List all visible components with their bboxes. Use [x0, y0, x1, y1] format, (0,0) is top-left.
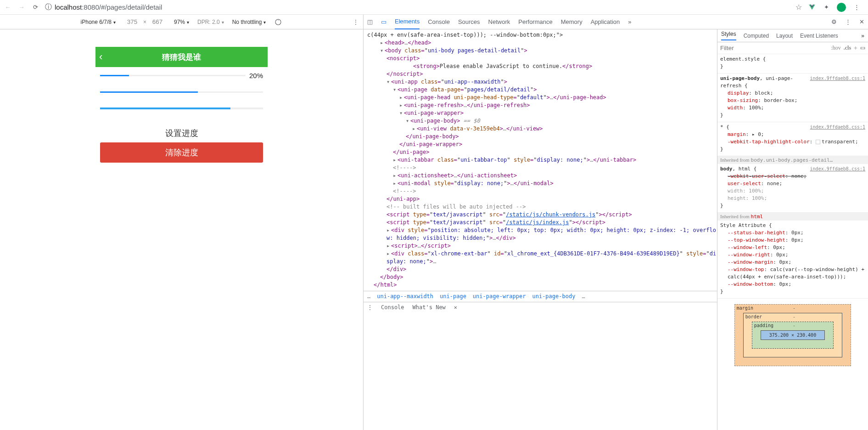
device-more-icon[interactable]: ⋮	[353, 19, 358, 25]
tree-row[interactable]: </uni-page>	[367, 148, 717, 156]
tree-row[interactable]: ▸<div style="position: absolute; left: 0…	[367, 226, 717, 242]
hov-toggle[interactable]: :hov	[831, 45, 840, 51]
tab-network[interactable]: Network	[488, 15, 510, 29]
tree-row[interactable]: </html>	[367, 281, 717, 289]
tab-application[interactable]: Application	[591, 15, 620, 29]
tree-row[interactable]: <!---->	[367, 164, 717, 172]
breadcrumb[interactable]: … uni-app--maxwidth uni-page uni-page-wr…	[364, 291, 717, 302]
elements-tree[interactable]: c(44px + env(safe-area-inset-top))); --w…	[364, 29, 717, 430]
forward-icon[interactable]: →	[17, 3, 26, 11]
tree-row[interactable]: ▸<div class="xl-chrome-ext-bar" id="xl_c…	[367, 250, 717, 266]
bookmark-icon[interactable]: ☆	[795, 3, 802, 11]
style-rule[interactable]: index.9ffdaeb8.css:1 body, html { -webki…	[717, 164, 868, 213]
back-icon[interactable]: ←	[4, 3, 12, 11]
tab-console[interactable]: Console	[428, 15, 450, 29]
styles-filter-input[interactable]	[720, 45, 828, 51]
source-link[interactable]: index.9ffdaeb8.css:1	[810, 75, 865, 82]
tree-row[interactable]: ▾<uni-page data-page="pages/detail/detai…	[367, 86, 717, 94]
tabs-more-icon[interactable]: »	[628, 18, 631, 25]
cls-toggle[interactable]: .cls	[844, 45, 851, 51]
extensions-icon[interactable]: ✦	[822, 3, 830, 11]
crumb[interactable]: uni-page-wrapper	[473, 293, 526, 300]
tab-layout[interactable]: Layout	[776, 33, 793, 39]
drawer-close-icon[interactable]: ✕	[454, 304, 457, 311]
drawer-console[interactable]: Console	[381, 304, 404, 311]
dpr-select[interactable]: DPR: 2.0	[197, 19, 224, 25]
device-toggle-icon[interactable]: ▭	[381, 18, 386, 25]
tree-row-selected[interactable]: ▾<uni-page-body> == $0	[367, 117, 717, 125]
inherited-from: Inherited from html	[717, 213, 868, 221]
inspect-icon[interactable]: ◫	[367, 18, 373, 25]
tree-row[interactable]: </uni-page-wrapper>	[367, 141, 717, 148]
browser-menu-icon[interactable]: ⋮	[852, 3, 861, 11]
url-port: :8080	[82, 3, 99, 11]
tree-row[interactable]: </uni-page-body>	[367, 133, 717, 141]
styles-more-icon[interactable]: »	[861, 33, 864, 39]
clear-progress-button[interactable]: 清除进度	[100, 142, 263, 163]
close-devtools-icon[interactable]: ✕	[859, 18, 864, 25]
tree-row[interactable]: ▸<uni-modal style="display: none;">…</un…	[367, 180, 717, 187]
tree-row[interactable]: <!-- built files will be auto injected -…	[367, 203, 717, 211]
tab-memory[interactable]: Memory	[561, 15, 582, 29]
tab-styles[interactable]: Styles	[721, 31, 736, 40]
profile-avatar-icon[interactable]	[837, 3, 846, 12]
app-title: 猜猜我是谁	[162, 52, 201, 62]
source-link[interactable]: index.9ffdaeb8.css:1	[810, 165, 865, 173]
crumb[interactable]: uni-app--maxwidth	[377, 293, 433, 300]
tab-performance[interactable]: Performance	[518, 15, 552, 29]
tree-row[interactable]: <script type="text/javascript" src="/sta…	[367, 219, 717, 226]
back-arrow-icon[interactable]: ‹	[99, 51, 102, 63]
tree-row[interactable]: <strong>Please enable JavaScript to cont…	[367, 62, 717, 70]
zoom-select[interactable]: 97%	[174, 19, 189, 25]
tree-row[interactable]: </body>	[367, 273, 717, 281]
tree-row[interactable]: c(44px + env(safe-area-inset-top))); --w…	[367, 31, 717, 39]
rotate-icon[interactable]	[274, 18, 282, 26]
tree-row[interactable]: <!---->	[367, 187, 717, 195]
source-link[interactable]: index.9ffdaeb8.css:1	[810, 124, 865, 131]
height-input[interactable]	[149, 18, 166, 25]
tab-elements[interactable]: Elements	[395, 14, 420, 29]
style-rule[interactable]: index.9ffdaeb8.css:1 uni-page-body, uni-…	[717, 74, 868, 122]
tree-row[interactable]: ▸<uni-page-head uni-page-head-type="defa…	[367, 94, 717, 102]
tree-row[interactable]: <script type="text/javascript" src="/sta…	[367, 211, 717, 219]
tree-row[interactable]: ▸<head>…</head>	[367, 39, 717, 47]
tree-row[interactable]: </div>	[367, 266, 717, 273]
drawer-menu-icon[interactable]: ⋮	[367, 304, 373, 311]
reload-icon[interactable]: ⟳	[31, 3, 39, 11]
style-rule[interactable]: index.9ffdaeb8.css:1 * { margin: ▸ 0; -w…	[717, 122, 868, 156]
tree-row[interactable]: ▸<uni-view data-v-3e159eb4>…</uni-view>	[367, 125, 717, 133]
computed-toggle-icon[interactable]: ▭	[860, 45, 865, 51]
tree-row[interactable]: ▾<uni-app class="uni-app--maxwidth">	[367, 78, 717, 86]
settings-icon[interactable]: ⚙	[831, 18, 837, 25]
width-input[interactable]	[124, 18, 140, 25]
devtools-menu-icon[interactable]: ⋮	[845, 18, 851, 25]
tree-row[interactable]: ▾<body class="uni-body pages-detail-deta…	[367, 47, 717, 55]
tree-row[interactable]: </noscript>	[367, 70, 717, 78]
crumb[interactable]: uni-page-body	[532, 293, 575, 300]
tree-row[interactable]: ▸<script>…</script>	[367, 242, 717, 250]
tree-row[interactable]: ▾<uni-page-wrapper>	[367, 109, 717, 117]
tab-sources[interactable]: Sources	[458, 15, 480, 29]
device-select[interactable]: iPhone 6/7/8	[81, 19, 116, 25]
tree-row[interactable]: ▸<uni-tabbar class="uni-tabbar-top" styl…	[367, 156, 717, 164]
throttling-select[interactable]: No throttling	[232, 19, 266, 25]
address-bar[interactable]: ⓘ localhost:8080/#/pages/detail/detail	[45, 3, 790, 11]
crumb[interactable]: uni-page	[440, 293, 466, 300]
drawer-whatsnew[interactable]: What's New	[413, 304, 446, 311]
devtools-panel: ◫ ▭ Elements Console Sources Network Per…	[364, 15, 868, 430]
info-icon: ⓘ	[45, 3, 52, 11]
vue-devtools-icon[interactable]	[808, 4, 816, 11]
tree-row[interactable]: ▸<uni-actionsheet>…</uni-actionsheet>	[367, 172, 717, 180]
tree-row[interactable]: <noscript>	[367, 55, 717, 62]
tree-row[interactable]: ▸<uni-page-refresh>…</uni-page-refresh>	[367, 102, 717, 109]
box-model: margin- border- padding- 375.200 × 230.4…	[717, 299, 868, 368]
styles-rules[interactable]: element.style { } index.9ffdaeb8.css:1 u…	[717, 54, 868, 430]
set-progress-label[interactable]: 设置进度	[95, 128, 268, 139]
style-rule[interactable]: element.style { }	[717, 54, 868, 74]
new-style-rule-icon[interactable]: +	[854, 45, 857, 52]
tab-event-listeners[interactable]: Event Listeners	[800, 33, 838, 39]
url-path: /#/pages/detail/detail	[99, 3, 162, 11]
tree-row[interactable]: </uni-app>	[367, 195, 717, 203]
style-rule[interactable]: Style Attribute { --status-bar-height: 0…	[717, 221, 868, 299]
tab-computed[interactable]: Computed	[744, 33, 769, 39]
